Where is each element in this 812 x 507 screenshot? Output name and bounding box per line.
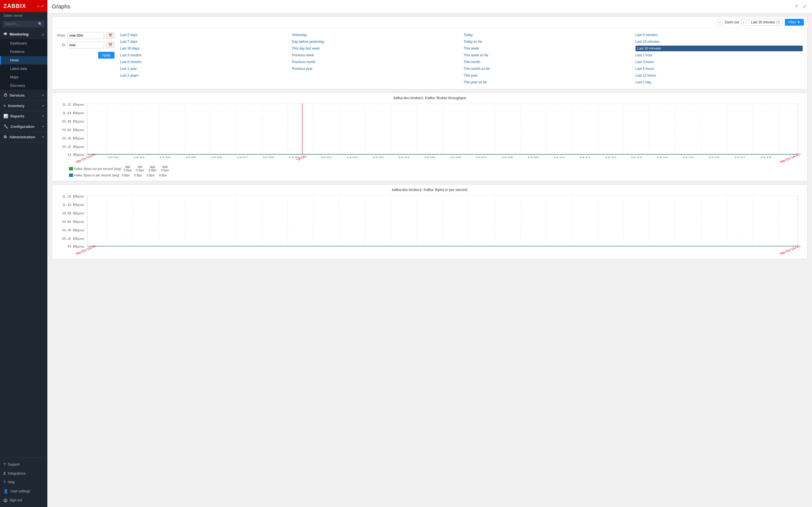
collapse-icon[interactable]: « xyxy=(37,4,39,8)
zoom-out-next-button[interactable]: › xyxy=(741,19,746,25)
stat-in-min-value: 0 Bps xyxy=(134,173,142,177)
sidebar-search-area: 🔍 xyxy=(0,19,47,29)
shortcut-this-day-last-week[interactable]: This day last week xyxy=(292,46,459,51)
legend-tag-bytes-out: [avg] xyxy=(114,167,121,170)
svg-text:13:58: 13:58 xyxy=(262,156,274,159)
sidebar-logo: ZABBIX « ⤢ xyxy=(0,0,47,12)
shortcut-this-month-so-far[interactable]: This month so far xyxy=(464,66,631,71)
stat-group: last 0 Bps xyxy=(123,165,132,172)
sidebar-item-support[interactable]: ? Support xyxy=(0,460,47,469)
svg-text:0.4 Bps: 0.4 Bps xyxy=(62,229,84,232)
sidebar-item-services[interactable]: ⏱ Services ▼ xyxy=(0,90,47,100)
svg-text:13:52: 13:52 xyxy=(107,156,119,159)
svg-text:14:08: 14:08 xyxy=(502,156,513,159)
shortcut-last-1-day[interactable]: Last 1 day xyxy=(636,79,803,85)
shortcut-last-30-days[interactable]: Last 30 days xyxy=(120,46,287,51)
shortcut-last-7-days[interactable]: Last 7 days xyxy=(120,39,287,45)
user-settings-icon: 👤 xyxy=(3,489,8,494)
graph-2-svg: 1.2 Bps 1.0 Bps 0.8 Bps 0.6 Bps 0.4 Bps … xyxy=(55,194,804,256)
from-calendar-button[interactable]: 📅 xyxy=(106,33,114,39)
administration-chevron: ▼ xyxy=(42,135,45,138)
sidebar-item-inventory[interactable]: ≡ Inventory ▼ xyxy=(0,101,47,111)
shortcut-this-week[interactable]: This week xyxy=(464,46,631,51)
shortcut-last-12-hours[interactable]: Last 12 hours xyxy=(636,73,803,78)
shortcut-last-15-minutes[interactable]: Last 15 minutes xyxy=(636,39,803,45)
apply-button[interactable]: Apply xyxy=(98,52,114,59)
legend-stats-bytes-in: 0 Bps 0 Bps 0 Bps 0 Bps xyxy=(122,173,167,177)
to-calendar-button[interactable]: 📅 xyxy=(106,42,114,48)
stat-group-avg: avg 0 Bps xyxy=(149,165,156,172)
fullscreen-icon[interactable]: ⤢ xyxy=(41,4,44,8)
services-chevron: ▼ xyxy=(42,94,45,97)
sidebar-item-user-settings[interactable]: 👤 User settings xyxy=(0,487,47,496)
shortcut-today-so-far[interactable]: Today so far xyxy=(464,39,631,45)
sidebar-item-administration[interactable]: ⚙ Administration ▼ xyxy=(0,132,47,142)
configuration-chevron: ▼ xyxy=(42,125,45,128)
to-input[interactable] xyxy=(67,42,104,48)
zoom-out-prev-button[interactable]: ‹ xyxy=(717,19,722,25)
sidebar-item-integrations[interactable]: Z Integrations xyxy=(0,469,47,478)
reports-label: Reports xyxy=(10,114,24,118)
shortcut-previous-week[interactable]: Previous week xyxy=(292,52,459,58)
shortcut-last-5-minutes[interactable]: Last 5 minutes xyxy=(636,32,803,38)
shortcut-last-6-hours[interactable]: Last 6 hours xyxy=(636,66,803,71)
shortcut-last-2-days[interactable]: Last 2 days xyxy=(120,32,287,38)
sidebar-item-help[interactable]: ? Help xyxy=(0,478,47,487)
graph-2-area: 1.2 Bps 1.0 Bps 0.8 Bps 0.6 Bps 0.4 Bps … xyxy=(55,194,804,256)
content-area: ‹ Zoom out › Last 30 minutes 🕐 Filter ▼ … xyxy=(47,13,812,507)
time-shortcuts-grid: Last 2 days Yesterday Today Last 5 minut… xyxy=(120,32,803,85)
svg-text:14:13: 14:13 xyxy=(631,156,642,159)
shortcut-last-30-minutes[interactable]: Last 30 minutes xyxy=(636,46,803,51)
monitoring-icon: 👁 xyxy=(3,32,7,36)
sidebar-item-latest-data[interactable]: Latest data xyxy=(0,64,47,73)
stat-in-max-value: 0 Bps xyxy=(159,173,167,177)
from-input[interactable] xyxy=(67,32,104,39)
monitoring-chevron: ▲ xyxy=(42,33,45,36)
svg-text:0.8 Bps: 0.8 Bps xyxy=(62,120,84,123)
nav-section-monitoring: 👁 Monitoring ▲ Dashboard Problems Hosts … xyxy=(0,29,47,90)
sidebar-item-configuration[interactable]: 🔧 Configuration ▼ xyxy=(0,121,47,131)
filter-button[interactable]: Filter ▼ xyxy=(785,19,804,25)
sidebar-item-sign-out[interactable]: ⏻ Sign out xyxy=(0,496,47,505)
from-row: From 📅 xyxy=(57,32,114,39)
shortcut-previous-month[interactable]: Previous month xyxy=(292,59,459,65)
stat-in-last: 0 Bps xyxy=(122,173,130,177)
sidebar-item-reports[interactable]: 📊 Reports ▼ xyxy=(0,111,47,121)
shortcut-last-1-hour[interactable]: Last 1 hour xyxy=(636,52,803,58)
legend-label-bytes-in: Kafka: Bytes in per second xyxy=(74,173,111,177)
sidebar-bottom: ? Support Z Integrations ? Help 👤 User s… xyxy=(0,457,47,507)
sidebar-item-monitoring[interactable]: 👁 Monitoring ▲ xyxy=(0,29,47,39)
nav-section-configuration: 🔧 Configuration ▼ xyxy=(0,121,47,132)
svg-text:0.2 Bps: 0.2 Bps xyxy=(62,237,84,240)
shortcut-last-2-years[interactable]: Last 2 years xyxy=(120,73,287,78)
shortcut-last-1-year[interactable]: Last 1 year xyxy=(120,66,287,71)
shortcut-last-6-months[interactable]: Last 6 months xyxy=(120,59,287,65)
shortcut-this-year-so-far[interactable]: This year so far xyxy=(464,79,631,85)
sidebar-item-hosts[interactable]: Hosts xyxy=(0,56,47,64)
sidebar-item-problems[interactable]: Problems xyxy=(0,48,47,56)
shortcut-last-3-hours[interactable]: Last 3 hours xyxy=(636,59,803,65)
help-icon[interactable]: ? xyxy=(794,3,799,10)
services-label: Services xyxy=(10,93,25,98)
time-clock-icon: 🕐 xyxy=(776,20,780,24)
shortcut-previous-year[interactable]: Previous year xyxy=(292,66,459,71)
sidebar-item-discovery[interactable]: Discovery xyxy=(0,81,47,90)
svg-text:0.8 Bps: 0.8 Bps xyxy=(62,212,84,215)
shortcut-day-before-yesterday[interactable]: Day before yesterday xyxy=(292,39,459,45)
svg-text:0.6 Bps: 0.6 Bps xyxy=(62,128,84,131)
shortcut-last-3-months[interactable]: Last 3 months xyxy=(120,52,287,58)
shortcut-this-month[interactable]: This month xyxy=(464,59,631,65)
shortcut-this-year[interactable]: This year xyxy=(464,73,631,78)
kiosk-mode-icon[interactable]: ⤢ xyxy=(802,3,808,10)
shortcut-this-week-so-far[interactable]: This week so far xyxy=(464,52,631,58)
shortcut-today[interactable]: Today xyxy=(464,32,631,38)
shortcut-empty-2 xyxy=(120,79,287,85)
sidebar-item-maps[interactable]: Maps xyxy=(0,73,47,81)
shortcut-empty-3 xyxy=(292,79,459,85)
sidebar-item-dashboard[interactable]: Dashboard xyxy=(0,39,47,48)
stat-in-avg: 0 Bps xyxy=(147,173,154,177)
svg-text:13:54: 13:54 xyxy=(159,156,170,159)
legend-label-bytes-out: Kafka: Bytes out per second xyxy=(74,167,113,170)
shortcut-yesterday[interactable]: Yesterday xyxy=(292,32,459,38)
legend-item-bytes-out: Kafka: Bytes out per second [avg] xyxy=(69,165,121,172)
